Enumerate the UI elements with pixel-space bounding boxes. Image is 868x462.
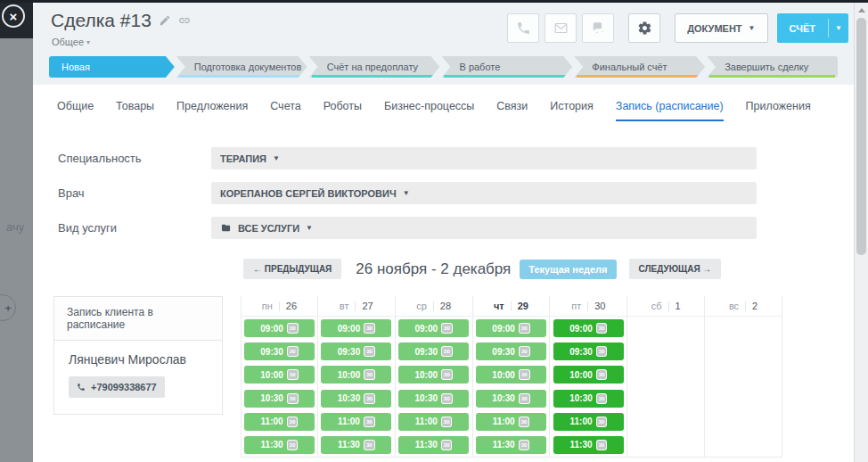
- tab-8[interactable]: История: [550, 95, 593, 118]
- day-date: 28: [440, 301, 451, 311]
- time-slot-button[interactable]: 11:0030: [321, 413, 391, 431]
- window-top-edge: [0, 0, 868, 3]
- time-slot-button[interactable]: 09:3030: [553, 342, 624, 360]
- pipeline-stage[interactable]: Финальный счёт: [574, 56, 705, 78]
- form-row: Вид услугиВСЕ УСЛУГИ▼: [33, 217, 854, 239]
- time-slot-button[interactable]: 09:3030: [244, 342, 315, 360]
- tab-9[interactable]: Запись (расписание): [616, 95, 724, 118]
- slot-row: 11:3030: [550, 433, 626, 457]
- time-slot-button[interactable]: 10:3030: [553, 390, 624, 408]
- day-date: 29: [518, 301, 528, 311]
- slot-duration-badge: 30: [364, 417, 375, 427]
- day-separator: [279, 301, 280, 311]
- time-slot-button[interactable]: 10:0030: [398, 366, 469, 384]
- time-slot-button[interactable]: 11:3030: [476, 436, 546, 454]
- tab-2[interactable]: Товары: [116, 95, 154, 118]
- slot-duration-badge: 30: [364, 323, 375, 334]
- settings-button[interactable]: [628, 13, 660, 43]
- time-slot-button[interactable]: 10:0030: [476, 366, 546, 384]
- close-button[interactable]: ×: [2, 4, 25, 28]
- time-slot-button[interactable]: 09:0030: [476, 319, 546, 337]
- slot-time: 11:30: [261, 440, 283, 450]
- next-week-button[interactable]: СЛЕДУЮЩАЯ →: [629, 259, 722, 279]
- tab-3[interactable]: Предложения: [176, 95, 248, 118]
- client-phone-button[interactable]: +79099338677: [69, 376, 165, 398]
- time-slot-button[interactable]: 10:3030: [244, 390, 315, 408]
- time-slot-button[interactable]: 11:0030: [476, 413, 546, 431]
- day-name: вт: [340, 301, 349, 311]
- time-slot-button[interactable]: 10:3030: [476, 390, 546, 408]
- chevron-down-icon[interactable]: ▼: [829, 13, 848, 43]
- slot-row: 10:3030: [550, 387, 626, 410]
- invoice-label[interactable]: СЧЁТ: [777, 13, 828, 43]
- scroll-up-icon[interactable]: [858, 8, 865, 12]
- stage-color-strip: [444, 75, 569, 78]
- link-icon[interactable]: [178, 14, 191, 27]
- field-dropdown[interactable]: ВСЕ УСЛУГИ▼: [211, 217, 757, 239]
- time-slot-button[interactable]: 09:0030: [553, 319, 624, 337]
- field-label: Вид услуги: [33, 221, 211, 235]
- day-separator: [433, 301, 434, 311]
- pipeline-stage[interactable]: Новая: [49, 56, 175, 78]
- tab-10[interactable]: Приложения: [746, 95, 811, 118]
- slot-row: 10:0030: [318, 363, 395, 386]
- form-row: СпециальностьТЕРАПИЯ▼: [33, 147, 854, 169]
- pipeline-stage[interactable]: В работе: [441, 56, 572, 78]
- slot-time: 11:00: [415, 417, 438, 426]
- tab-7[interactable]: Связи: [496, 95, 528, 118]
- slot-duration-badge: 30: [519, 323, 530, 334]
- time-slot-button[interactable]: 10:0030: [553, 366, 624, 384]
- email-button[interactable]: [545, 13, 577, 43]
- time-slot-button[interactable]: 09:3030: [321, 342, 391, 360]
- page-title: Сделка #13: [51, 10, 151, 31]
- pipeline-stage[interactable]: Подготовка документов: [176, 56, 307, 78]
- pipeline-selector[interactable]: Общее ▾: [52, 37, 90, 47]
- day-date: 30: [594, 301, 605, 311]
- previous-week-button[interactable]: ← ПРЕДЫДУЩАЯ: [243, 259, 341, 279]
- current-week-badge[interactable]: Текущая неделя: [520, 260, 616, 279]
- slot-row: [627, 317, 704, 340]
- tab-5[interactable]: Роботы: [323, 95, 362, 118]
- time-slot-button[interactable]: 10:0030: [321, 366, 391, 384]
- field-dropdown[interactable]: КОРЕПАНОВ СЕРГЕЙ ВИКТОРОВИЧ▼: [211, 182, 757, 204]
- invoice-split-button[interactable]: СЧЁТ ▼: [777, 13, 848, 43]
- tab-4[interactable]: Счета: [270, 95, 300, 118]
- call-button[interactable]: [507, 13, 539, 43]
- time-slot-button[interactable]: 09:0030: [398, 319, 469, 337]
- slot-time: 09:00: [569, 324, 593, 334]
- edit-pencil-icon[interactable]: [159, 14, 171, 27]
- chat-button[interactable]: [582, 13, 614, 43]
- tab-1[interactable]: Общие: [57, 95, 94, 118]
- pipeline-stage[interactable]: Завершить сделку: [707, 56, 838, 78]
- slot-row: 09:0030: [396, 317, 472, 340]
- pipeline-stage[interactable]: Счёт на предоплату: [309, 56, 440, 78]
- slot-row: 10:0030: [473, 363, 550, 386]
- stage-label: Счёт на предоплату: [327, 62, 418, 72]
- tab-6[interactable]: Бизнес-процессы: [384, 95, 474, 118]
- time-slot-button[interactable]: 10:3030: [321, 390, 391, 408]
- slot-row: 09:3030: [473, 340, 550, 363]
- field-dropdown[interactable]: ТЕРАПИЯ▼: [211, 147, 757, 169]
- time-slot-button[interactable]: 09:3030: [398, 342, 469, 360]
- time-slot-button[interactable]: 11:0030: [553, 413, 624, 431]
- day-date: 26: [286, 301, 297, 311]
- time-slot-button[interactable]: 09:0030: [244, 319, 315, 337]
- time-slot-button[interactable]: 10:0030: [244, 366, 315, 384]
- scrollbar-thumb[interactable]: [856, 18, 866, 255]
- slot-duration-badge: 30: [519, 369, 530, 380]
- time-slot-button[interactable]: 09:3030: [476, 342, 546, 360]
- time-slot-button[interactable]: 11:3030: [553, 436, 624, 454]
- vertical-scrollbar[interactable]: [854, 3, 868, 462]
- chevron-down-icon: ▾: [86, 38, 90, 46]
- slot-time: 10:30: [338, 393, 361, 403]
- time-slot-button[interactable]: 11:0030: [244, 413, 315, 431]
- time-slot-button[interactable]: 11:3030: [398, 436, 469, 454]
- document-dropdown-button[interactable]: ДОКУМЕНТ ▼: [675, 13, 767, 43]
- day-date: 2: [752, 301, 757, 311]
- time-slot-button[interactable]: 09:0030: [321, 319, 391, 337]
- time-slot-button[interactable]: 10:3030: [398, 390, 469, 408]
- time-slot-button[interactable]: 11:3030: [244, 436, 315, 454]
- slot-duration-badge: 30: [441, 417, 453, 427]
- time-slot-button[interactable]: 11:0030: [398, 413, 469, 431]
- time-slot-button[interactable]: 11:3030: [321, 436, 391, 454]
